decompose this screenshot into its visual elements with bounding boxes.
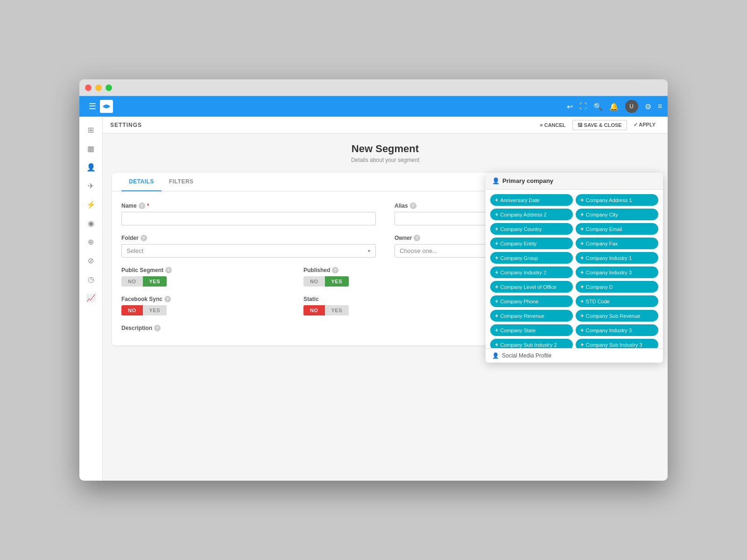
field-company-level-of-office[interactable]: + Company Level of Office — [490, 281, 573, 293]
field-company-state[interactable]: + Company State — [490, 324, 573, 336]
folder-select-wrapper: Select — [121, 244, 376, 258]
field-company-industry-3[interactable]: + Company Industry 3 — [576, 266, 658, 278]
avatar[interactable]: U — [625, 100, 638, 113]
titlebar — [79, 79, 668, 96]
top-nav: ☰ ↩ ⛶ 🔍 🔔 U ⚙ ≡ — [79, 96, 668, 117]
public-segment-label: Public Segment ? — [121, 267, 285, 273]
mac-window: ☰ ↩ ⛶ 🔍 🔔 U ⚙ ≡ — [79, 79, 668, 481]
sidebar-item-reports[interactable]: ◉ — [82, 215, 100, 231]
field-company-email[interactable]: + Company Email — [576, 223, 658, 235]
owner-help-icon[interactable]: ? — [414, 235, 420, 241]
save-close-button[interactable]: 🖫 SAVE & CLOSE — [572, 120, 627, 130]
field-company-address-1[interactable]: + Company Address 1 — [576, 194, 658, 206]
tab-filters[interactable]: FILTERS — [162, 173, 201, 191]
field-company-address-2[interactable]: + Company Address 2 — [490, 209, 573, 220]
settings-label: SETTINGS — [110, 122, 142, 128]
nav-left: ☰ — [85, 99, 117, 113]
facebook-sync-help-icon[interactable]: ? — [164, 296, 171, 302]
sidebar-item-contacts[interactable]: 👤 — [82, 159, 100, 175]
field-company-country[interactable]: + Company Country — [490, 223, 573, 235]
field-company-sub-revenue[interactable]: + Company Sub Revenue — [576, 310, 658, 322]
static-no[interactable]: NO — [303, 305, 325, 315]
description-help-icon[interactable]: ? — [154, 325, 161, 331]
public-segment-no[interactable]: NO — [121, 276, 143, 287]
published-no[interactable]: NO — [303, 276, 325, 287]
published-yes[interactable]: YES — [325, 276, 349, 287]
sidebar-item-history[interactable]: ◷ — [82, 271, 100, 287]
hamburger-icon[interactable]: ☰ — [85, 99, 100, 113]
sidebar-item-analytics[interactable]: 📈 — [82, 289, 100, 306]
cancel-button[interactable]: × CANCEL — [535, 120, 570, 130]
field-company-industry-3b[interactable]: + Company Industry 3 — [576, 324, 658, 336]
main-content: SETTINGS × CANCEL 🖫 SAVE & CLOSE ✓ APPLY… — [103, 117, 668, 481]
search-icon[interactable]: 🔍 — [593, 102, 603, 111]
facebook-sync-no[interactable]: NO — [121, 305, 143, 315]
facebook-sync-toggle: NO YES — [121, 305, 285, 315]
avatar-initials: U — [629, 103, 634, 110]
page-subtitle: Details about your segment — [112, 157, 658, 163]
static-label: Static — [303, 296, 467, 302]
published-group: Published ? NO YES — [303, 267, 467, 287]
sidebar-item-campaigns[interactable]: ✈ — [82, 177, 100, 194]
bell-icon[interactable]: 🔔 — [609, 102, 619, 111]
field-std-code[interactable]: + STD Code — [576, 295, 658, 307]
dropdown-panel-header: 👤 Primary company — [486, 173, 663, 189]
public-segment-toggle: NO YES — [121, 276, 285, 287]
field-company-industry-1[interactable]: + Company Industry 1 — [576, 252, 658, 264]
folder-help-icon[interactable]: ? — [141, 235, 147, 241]
tab-details[interactable]: DETAILS — [121, 173, 162, 191]
settings-bar: SETTINGS × CANCEL 🖫 SAVE & CLOSE ✓ APPLY — [103, 117, 668, 133]
static-yes[interactable]: YES — [325, 305, 349, 315]
sidebar-item-dashboard[interactable]: ⊞ — [82, 121, 100, 138]
public-segment-help-icon[interactable]: ? — [165, 267, 172, 273]
dropdown-grid: + Anniversary Date + Company Address 1 +… — [490, 194, 658, 348]
name-help-icon[interactable]: ? — [139, 203, 145, 209]
facebook-sync-label: Facebook Sync ? — [121, 296, 285, 302]
published-help-icon[interactable]: ? — [332, 267, 338, 273]
name-label: Name ? * — [121, 203, 376, 209]
folder-group: Folder ? Select — [121, 235, 376, 258]
field-company-city[interactable]: + Company City — [576, 209, 658, 220]
close-btn[interactable] — [85, 84, 92, 91]
field-company-entity[interactable]: + Company Entity — [490, 238, 573, 249]
field-company-revenue[interactable]: + Company Revenue — [490, 310, 573, 322]
form-area: DETAILS FILTERS Name ? — [112, 173, 658, 345]
public-segment-yes[interactable]: YES — [143, 276, 167, 287]
name-input[interactable] — [121, 212, 376, 225]
sidebar-item-calendar[interactable]: ▦ — [82, 140, 100, 157]
expand-icon[interactable]: ⛶ — [579, 102, 587, 111]
menu-icon[interactable]: ≡ — [658, 102, 662, 111]
folder-select[interactable]: Select — [121, 244, 376, 258]
dropdown-title: Primary company — [502, 177, 553, 184]
name-group: Name ? * — [121, 203, 376, 225]
dropdown-panel-body: + Anniversary Date + Company Address 1 +… — [486, 189, 663, 348]
field-company-industry-2[interactable]: + Company Industry 2 — [490, 266, 573, 278]
gear-icon[interactable]: ⚙ — [645, 102, 651, 111]
minimize-btn[interactable] — [95, 84, 102, 91]
nav-right: ↩ ⛶ 🔍 🔔 U ⚙ ≡ — [567, 100, 662, 113]
maximize-btn[interactable] — [106, 84, 112, 91]
field-company-phone[interactable]: + Company Phone — [490, 295, 573, 307]
settings-actions: × CANCEL 🖫 SAVE & CLOSE ✓ APPLY — [535, 120, 660, 130]
dropdown-panel-footer[interactable]: 👤 Social Media Profile — [486, 348, 663, 363]
field-company-group[interactable]: + Company Group — [490, 252, 573, 264]
back-icon[interactable]: ↩ — [567, 102, 573, 111]
field-anniversary-date[interactable]: + Anniversary Date — [490, 194, 573, 206]
folder-label: Folder ? — [121, 235, 376, 241]
static-group: Static NO YES — [303, 296, 467, 315]
sidebar-item-disabled[interactable]: ⊘ — [82, 252, 100, 269]
field-company-sub-industry-2[interactable]: + Company Sub Industry 2 — [490, 339, 573, 348]
field-company-fax[interactable]: + Company Fax — [576, 238, 658, 249]
alias-help-icon[interactable]: ? — [410, 203, 416, 209]
field-company-sub-industry-3[interactable]: + Company Sub Industry 3 — [576, 339, 658, 348]
page-content: New Segment Details about your segment D… — [103, 133, 668, 481]
field-company-d[interactable]: + Company D — [576, 281, 658, 293]
app-logo — [100, 100, 113, 113]
sidebar-item-segments[interactable]: ⚡ — [82, 196, 100, 213]
apply-button[interactable]: ✓ APPLY — [629, 120, 660, 130]
facebook-sync-group: Facebook Sync ? NO YES — [121, 296, 285, 315]
sidebar-item-integrations[interactable]: ⊕ — [82, 233, 100, 250]
facebook-sync-yes[interactable]: YES — [143, 305, 167, 315]
sidebar: ⊞ ▦ 👤 ✈ ⚡ ◉ ⊕ ⊘ ◷ 📈 — [79, 117, 103, 481]
static-toggle: NO YES — [303, 305, 467, 315]
